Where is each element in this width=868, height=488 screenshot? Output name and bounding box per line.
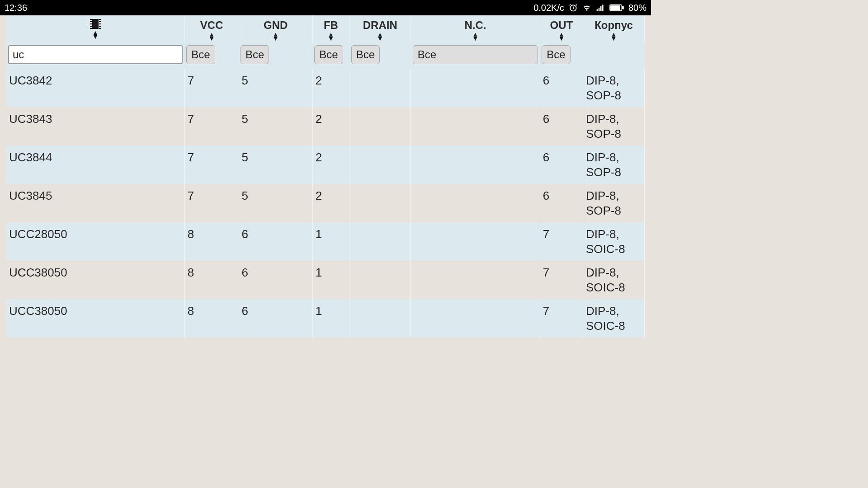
cell-drain: [349, 107, 411, 145]
cell-vcc: 7: [184, 145, 239, 184]
col-label-drain: DRAIN: [363, 19, 397, 32]
col-header-out[interactable]: OUT ▲▼: [540, 15, 583, 42]
cell-name: UCC38050: [6, 261, 184, 299]
cell-vcc: 7: [184, 107, 239, 145]
cell-fb: 1: [312, 261, 349, 299]
table-container: ▲▼ VCC ▲▼ GND ▲▼ FB ▲▼ DRAIN ▲▼ N.C. ▲▼: [0, 15, 651, 338]
filter-row: Все Все Все Все Все Все: [6, 42, 645, 69]
cell-vcc: 8: [184, 261, 239, 299]
sort-icon: ▲▼: [611, 33, 617, 41]
table-row[interactable]: UC38447526DIP-8, SOP-8: [6, 145, 645, 184]
cell-drain: [349, 184, 411, 222]
filter-fb-button[interactable]: Все: [314, 45, 343, 64]
header-row: ▲▼ VCC ▲▼ GND ▲▼ FB ▲▼ DRAIN ▲▼ N.C. ▲▼: [6, 15, 645, 42]
cell-out: 6: [540, 145, 583, 184]
filter-vcc-button[interactable]: Все: [186, 45, 215, 64]
cell-name: UC3845: [6, 184, 184, 222]
search-input[interactable]: [8, 45, 183, 64]
cell-name: UC3844: [6, 145, 184, 184]
cell-fb: 2: [312, 107, 349, 145]
cell-out: 6: [540, 184, 583, 222]
table-body: UC38427526DIP-8, SOP-8UC38437526DIP-8, S…: [6, 69, 645, 338]
col-header-nc[interactable]: N.C. ▲▼: [411, 15, 540, 42]
filter-gnd-button[interactable]: Все: [241, 45, 269, 64]
svg-rect-4: [602, 5, 604, 11]
cell-drain: [349, 222, 411, 261]
wifi-icon: [582, 3, 591, 12]
cell-vcc: 7: [184, 69, 239, 107]
cell-gnd: 6: [239, 299, 312, 338]
cell-fb: 2: [312, 69, 349, 107]
filter-out-button[interactable]: Все: [542, 45, 570, 64]
cell-fb: 2: [312, 184, 349, 222]
cell-gnd: 5: [239, 145, 312, 184]
cell-name: UCC28050: [6, 222, 184, 261]
cell-drain: [349, 145, 411, 184]
svg-rect-7: [611, 5, 620, 9]
col-header-drain[interactable]: DRAIN ▲▼: [349, 15, 411, 42]
cell-name: UC3843: [6, 107, 184, 145]
cell-gnd: 5: [239, 69, 312, 107]
cell-package: DIP-8, SOIC-8: [583, 222, 644, 261]
col-header-fb[interactable]: FB ▲▼: [312, 15, 349, 42]
statusbar-right: 0.02K/c 80%: [533, 3, 646, 13]
col-label-vcc: VCC: [200, 19, 223, 32]
sort-icon: ▲▼: [92, 31, 99, 39]
sort-icon: ▲▼: [273, 33, 279, 41]
cell-nc: [411, 69, 540, 107]
cell-out: 7: [540, 222, 583, 261]
table-row[interactable]: UC38457526DIP-8, SOP-8: [6, 184, 645, 222]
sort-icon: ▲▼: [328, 33, 334, 41]
cell-package: DIP-8, SOP-8: [583, 184, 644, 222]
col-header-gnd[interactable]: GND ▲▼: [239, 15, 312, 42]
filter-nc-button[interactable]: Все: [413, 45, 538, 64]
col-label-gnd: GND: [264, 19, 288, 32]
cell-nc: [411, 184, 540, 222]
sort-icon: ▲▼: [558, 33, 565, 41]
cell-fb: 2: [312, 145, 349, 184]
cell-out: 7: [540, 299, 583, 338]
cell-vcc: 8: [184, 222, 239, 261]
cell-nc: [411, 107, 540, 145]
table-row[interactable]: UCC380508617DIP-8, SOIC-8: [6, 299, 645, 338]
cell-package: DIP-8, SOIC-8: [583, 299, 644, 338]
filter-drain-button[interactable]: Все: [351, 45, 380, 64]
table-row[interactable]: UCC380508617DIP-8, SOIC-8: [6, 261, 645, 299]
cell-package: DIP-8, SOIC-8: [583, 261, 644, 299]
col-header-package[interactable]: Корпус ▲▼: [583, 15, 644, 42]
cell-drain: [349, 261, 411, 299]
cell-out: 6: [540, 107, 583, 145]
svg-rect-1: [597, 9, 598, 11]
cell-drain: [349, 69, 411, 107]
svg-rect-6: [622, 6, 623, 9]
cell-gnd: 5: [239, 184, 312, 222]
cell-nc: [411, 299, 540, 338]
table-row[interactable]: UC38427526DIP-8, SOP-8: [6, 69, 645, 107]
cell-gnd: 6: [239, 222, 312, 261]
pinout-table: ▲▼ VCC ▲▼ GND ▲▼ FB ▲▼ DRAIN ▲▼ N.C. ▲▼: [6, 15, 645, 338]
table-row[interactable]: UCC280508617DIP-8, SOIC-8: [6, 222, 645, 261]
col-label-package: Корпус: [594, 19, 633, 32]
signal-icon: [596, 3, 605, 12]
sort-icon: ▲▼: [208, 33, 215, 41]
cell-nc: [411, 145, 540, 184]
sort-icon: ▲▼: [472, 33, 479, 41]
col-header-vcc[interactable]: VCC ▲▼: [184, 15, 239, 42]
col-header-chip[interactable]: ▲▼: [6, 15, 184, 42]
android-statusbar: 12:36 0.02K/c 80%: [0, 0, 651, 15]
cell-name: UCC38050: [6, 299, 184, 338]
cell-package: DIP-8, SOP-8: [583, 69, 644, 107]
cell-nc: [411, 261, 540, 299]
battery-icon: [609, 4, 624, 11]
cell-fb: 1: [312, 222, 349, 261]
col-label-fb: FB: [324, 19, 338, 32]
col-label-nc: N.C.: [465, 19, 486, 32]
svg-rect-2: [599, 8, 600, 11]
cell-vcc: 7: [184, 184, 239, 222]
cell-nc: [411, 222, 540, 261]
table-row[interactable]: UC38437526DIP-8, SOP-8: [6, 107, 645, 145]
statusbar-battery-pct: 80%: [628, 3, 646, 13]
statusbar-net-rate: 0.02K/c: [533, 3, 564, 13]
cell-gnd: 5: [239, 107, 312, 145]
cell-vcc: 8: [184, 299, 239, 338]
